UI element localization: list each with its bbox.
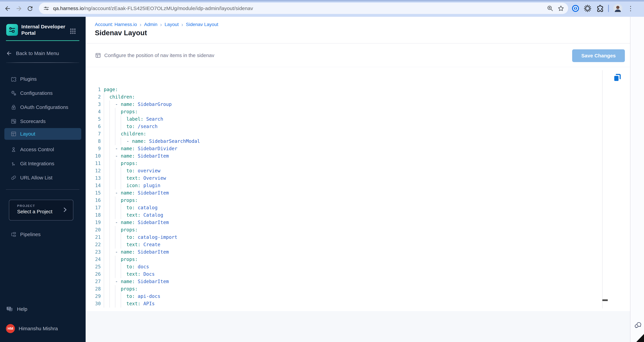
indent-guide <box>104 204 104 212</box>
code-line: 30text: APIs <box>91 300 200 308</box>
indent-guide <box>110 115 110 123</box>
code-line: 8- name: SidebarSearchModal <box>91 138 200 145</box>
idp-logo[interactable] <box>6 24 18 36</box>
sidebar: Internal Developer Portal Back to Main M… <box>0 17 86 342</box>
line-code: to: docs <box>104 263 149 271</box>
line-code: text: Catalog <box>104 211 163 219</box>
user-name: Himanshu Mishra <box>19 326 58 332</box>
code-line: 29to: api-docs <box>91 293 200 300</box>
onepassword-icon[interactable] <box>571 4 580 12</box>
sidebar-item-url-allow-list[interactable]: URL Allow List <box>4 172 81 184</box>
page-scrollbar-gutter[interactable] <box>630 17 644 342</box>
line-code: props: <box>104 197 138 204</box>
help-label: Help <box>17 306 27 312</box>
line-code: text: APIs <box>104 300 154 308</box>
extensions-puzzle-icon[interactable] <box>596 4 604 12</box>
breadcrumb-layout[interactable]: Layout <box>164 22 179 27</box>
url-text[interactable]: qa.harness.io/ng/account/zEaak-FLS425IEO… <box>53 5 253 11</box>
line-code: to: overview <box>104 167 160 175</box>
line-number: 26 <box>91 271 101 278</box>
indent-guide <box>110 211 110 219</box>
save-changes-button[interactable]: Save Changes <box>572 49 625 62</box>
line-number: 23 <box>91 248 101 256</box>
line-number: 6 <box>91 123 101 130</box>
indent-guide <box>104 152 104 160</box>
indent-guide <box>104 248 104 256</box>
indent-guide <box>110 293 110 300</box>
indent-guide <box>115 256 115 263</box>
menu-dots-icon[interactable]: ⋮ <box>628 4 634 12</box>
breadcrumb-admin[interactable]: Admin <box>144 22 157 27</box>
layout-icon <box>10 131 17 137</box>
line-code: children: <box>104 130 146 138</box>
copy-icon[interactable] <box>612 73 622 82</box>
indent-guide <box>104 93 104 101</box>
line-number: 17 <box>91 204 101 211</box>
indent-guide <box>121 233 121 241</box>
indent-guide <box>115 130 115 138</box>
line-number: 29 <box>91 293 101 300</box>
line-code: props: <box>104 285 138 293</box>
sidebar-item-plugins[interactable]: Plugins <box>4 73 81 85</box>
indent-guide <box>110 167 110 175</box>
puzzle-icon <box>10 76 17 82</box>
sidebar-item-configurations[interactable]: Configurations <box>4 87 81 99</box>
indent-guide <box>110 152 110 160</box>
sidebar-item-oauth-configurations[interactable]: OAuth Configurations <box>4 101 81 113</box>
code-lines[interactable]: 1page:2children:3- name: SidebarGroup4pr… <box>91 86 200 308</box>
url-bar[interactable]: qa.harness.io/ng/account/zEaak-FLS425IEO… <box>39 3 568 14</box>
zoom-icon[interactable] <box>547 5 554 12</box>
breadcrumb-account[interactable]: Account: Harness.io <box>95 22 137 27</box>
code-line: 23- name: SidebarItem <box>91 248 200 256</box>
project-eyebrow: PROJECT <box>17 204 35 208</box>
editor-scrollbar-thumb[interactable] <box>602 299 608 301</box>
indent-guide <box>104 115 104 123</box>
spinner-extension-icon[interactable] <box>584 4 592 12</box>
indent-guide <box>104 197 104 204</box>
sidebar-item-scorecards[interactable]: Scorecards <box>4 115 81 127</box>
indent-guide <box>110 145 110 153</box>
indent-guide <box>115 197 115 204</box>
yaml-editor[interactable]: 1page:2children:3- name: SidebarGroup4pr… <box>86 67 630 328</box>
person-icon <box>10 146 17 153</box>
sidebar-divider-top <box>6 62 80 63</box>
indent-guide <box>121 137 121 145</box>
line-code: - name: SidebarItem <box>104 248 169 256</box>
line-code: children: <box>104 93 135 101</box>
chat-bubbles-icon[interactable] <box>634 321 642 330</box>
indent-guide <box>121 300 121 308</box>
breadcrumb-separator: › <box>140 22 142 27</box>
indent-guide <box>104 130 104 138</box>
project-selector[interactable]: PROJECT Select a Project <box>9 200 73 221</box>
app-grid-icon[interactable] <box>69 27 77 35</box>
indent-guide <box>115 226 115 234</box>
config-description: Configure the position of nav items in t… <box>104 52 214 58</box>
help-button[interactable]: ? Help <box>6 304 80 314</box>
code-line: 5label: Search <box>91 115 200 123</box>
back-icon[interactable] <box>4 5 11 12</box>
code-line: 20props: <box>91 226 200 234</box>
user-profile[interactable]: HM Himanshu Mishra <box>6 324 80 334</box>
reload-icon[interactable] <box>26 5 34 12</box>
line-number: 25 <box>91 263 101 271</box>
breadcrumb-sidenav-layout[interactable]: Sidenav Layout <box>186 22 218 27</box>
indent-guide <box>110 100 110 108</box>
line-number: 20 <box>91 226 101 234</box>
sidebar-item-layout[interactable]: Layout <box>4 128 81 140</box>
bookmark-star-icon[interactable] <box>557 5 564 12</box>
back-to-main-menu[interactable]: Back to Main Menu <box>6 49 80 58</box>
code-line: 19- name: SidebarItem <box>91 219 200 226</box>
indent-guide <box>104 189 104 197</box>
indent-guide <box>121 270 121 278</box>
sidebar-item-git-integrations[interactable]: Git Integrations <box>4 158 81 169</box>
sidebar-item-pipelines[interactable]: Pipelines <box>4 229 81 240</box>
site-settings-icon[interactable] <box>43 5 50 12</box>
indent-guide <box>115 285 115 293</box>
profile-avatar[interactable] <box>613 4 622 13</box>
code-line: 22text: Create <box>91 241 200 248</box>
line-number: 21 <box>91 234 101 241</box>
indent-guide <box>121 204 121 212</box>
forward-icon[interactable] <box>16 5 22 12</box>
sidebar-item-access-control[interactable]: Access Control <box>4 144 81 155</box>
indent-guide <box>104 285 104 293</box>
